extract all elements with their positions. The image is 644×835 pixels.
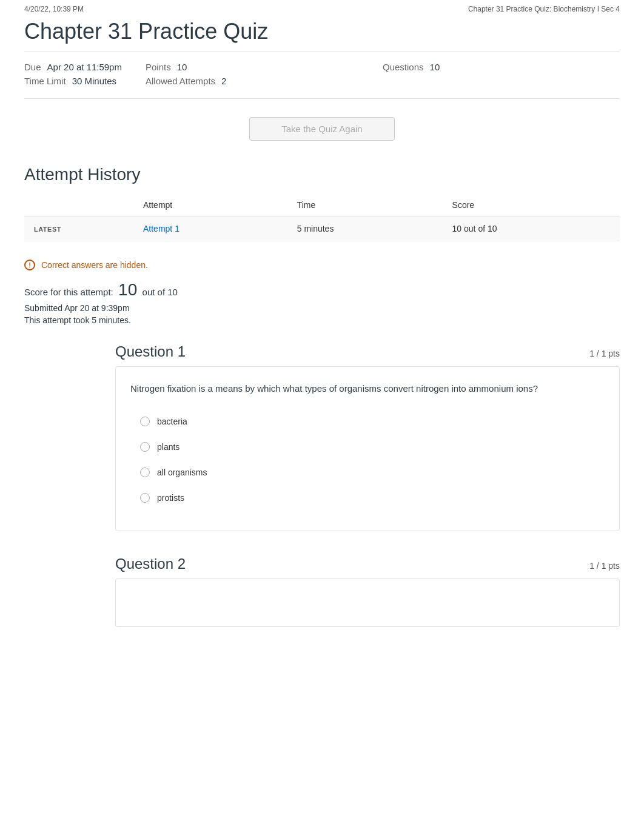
points-item: Points 10 — [146, 62, 383, 72]
meta-divider — [24, 98, 620, 99]
col-header-score: Score — [443, 194, 620, 216]
question-1-text: Nitrogen fixation is a means by which wh… — [130, 381, 605, 396]
notice-icon: ! — [24, 260, 35, 270]
take-quiz-button[interactable]: Take the Quiz Again — [249, 117, 395, 141]
allowed-attempts-label: Allowed Attempts — [146, 76, 215, 86]
question-1-title: Question 1 — [115, 343, 186, 360]
take-quiz-container: Take the Quiz Again — [24, 117, 620, 141]
score-big: 10 — [118, 280, 137, 299]
table-header-row: Attempt Time Score — [24, 194, 620, 216]
top-bar: 4/20/22, 10:39 PM Chapter 31 Practice Qu… — [0, 0, 644, 18]
question-2-block: Question 2 1 / 1 pts — [115, 555, 620, 627]
duration-info: This attempt took 5 minutes. — [24, 315, 620, 325]
due-item: Due Apr 20 at 11:59pm — [24, 62, 146, 72]
datetime: 4/20/22, 10:39 PM — [24, 5, 84, 13]
option-plants: plants — [157, 442, 179, 452]
question-1-header: Question 1 1 / 1 pts — [115, 343, 620, 360]
table-row: LATEST Attempt 1 5 minutes 10 out of 10 — [24, 216, 620, 241]
radio-plants[interactable] — [140, 442, 150, 452]
time-limit-label: Time Limit — [24, 76, 66, 86]
list-item: protists — [130, 487, 605, 509]
allowed-attempts-value: 2 — [221, 76, 226, 86]
question-2-title: Question 2 — [115, 555, 186, 572]
col-header-attempt: Attempt — [133, 194, 287, 216]
correct-answers-notice: ! Correct answers are hidden. — [24, 260, 620, 270]
score-line: Score for this attempt: 10 out of 10 — [24, 280, 620, 300]
score-section: Score for this attempt: 10 out of 10 Sub… — [24, 280, 620, 325]
points-value: 10 — [177, 62, 187, 72]
col-header-empty — [24, 194, 133, 216]
questions-item: Questions 10 — [383, 62, 620, 72]
notice-text: Correct answers are hidden. — [41, 260, 148, 270]
question-1-pts: 1 / 1 pts — [589, 349, 620, 358]
radio-all-organisms[interactable] — [140, 468, 150, 477]
quiz-title: Chapter 31 Practice Quiz — [24, 18, 620, 44]
breadcrumb: Chapter 31 Practice Quiz: Biochemistry I… — [468, 5, 620, 13]
attempt-link-cell[interactable]: Attempt 1 — [133, 216, 287, 241]
list-item: bacteria — [130, 411, 605, 432]
list-item: all organisms — [130, 461, 605, 483]
question-2-card — [115, 578, 620, 627]
attempt-history-title: Attempt History — [24, 165, 620, 184]
title-divider — [24, 52, 620, 52]
question-2-pts: 1 / 1 pts — [589, 561, 620, 571]
questions-label: Questions — [383, 62, 424, 72]
time-limit-value: 30 Minutes — [72, 76, 116, 86]
attempt-time: 5 minutes — [287, 216, 443, 241]
score-prefix: Score for this attempt: — [24, 287, 113, 297]
submitted-info: Submitted Apr 20 at 9:39pm — [24, 303, 620, 313]
answer-options: bacteria plants all organisms protists — [130, 411, 605, 509]
allowed-attempts-item: Allowed Attempts 2 — [146, 76, 383, 86]
time-limit-item: Time Limit 30 Minutes — [24, 76, 146, 86]
points-label: Points — [146, 62, 171, 72]
question-2-header: Question 2 1 / 1 pts — [115, 555, 620, 572]
col-header-time: Time — [287, 194, 443, 216]
score-suffix: out of 10 — [143, 287, 178, 297]
attempt-score: 10 out of 10 — [443, 216, 620, 241]
due-label: Due — [24, 62, 41, 72]
due-value: Apr 20 at 11:59pm — [47, 62, 122, 72]
question-1-card: Nitrogen fixation is a means by which wh… — [115, 366, 620, 531]
quiz-meta: Due Apr 20 at 11:59pm Points 10 Question… — [24, 62, 620, 86]
list-item: plants — [130, 436, 605, 458]
option-all-organisms: all organisms — [157, 468, 207, 477]
radio-bacteria[interactable] — [140, 417, 150, 426]
option-bacteria: bacteria — [157, 417, 187, 426]
option-protists: protists — [157, 493, 184, 503]
latest-label: LATEST — [24, 216, 133, 241]
radio-protists[interactable] — [140, 493, 150, 503]
question-1-block: Question 1 1 / 1 pts Nitrogen fixation i… — [115, 343, 620, 531]
questions-value: 10 — [430, 62, 440, 72]
attempt-table: Attempt Time Score LATEST Attempt 1 5 mi… — [24, 194, 620, 241]
